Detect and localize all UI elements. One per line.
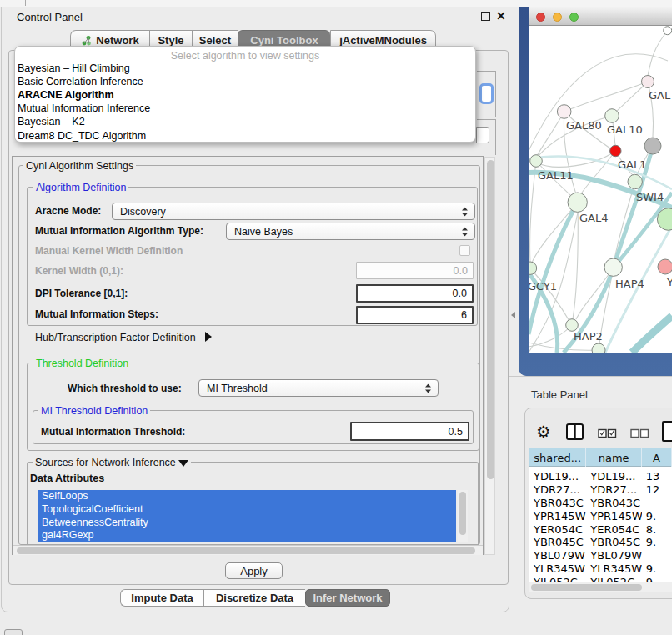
manual-kernel-label: Manual Kernel Width Definition <box>35 245 183 257</box>
table-row[interactable]: YDL19...YDL19...13 <box>529 470 672 483</box>
combo-arrows-icon <box>462 207 468 216</box>
control-panel-title: Control Panel <box>17 11 83 23</box>
select-all-columns-icon[interactable] <box>598 427 619 442</box>
table-cell: YDL19... <box>586 470 642 483</box>
dpi-tolerance-label: DPI Tolerance [0,1]: <box>35 288 128 299</box>
combo-arrows-icon <box>462 227 468 236</box>
which-threshold-combo[interactable]: MI Threshold <box>198 379 439 397</box>
kernel-width-label: Kernel Width (0,1): <box>35 265 123 277</box>
table-cell: YLR345W <box>529 562 586 576</box>
bottom-left-partial-icon[interactable] <box>4 629 23 635</box>
table-cell: 9. <box>642 576 672 582</box>
algorithm-option[interactable]: Mutual Information Inference <box>18 102 150 114</box>
table-row[interactable]: YDR27...YDR27...12 <box>529 482 672 496</box>
close-icon[interactable]: ✕ <box>496 9 508 22</box>
table-cell: YBL079W <box>529 549 586 562</box>
table-column-header[interactable]: A <box>642 448 672 467</box>
hidden-groupbox-edge <box>13 52 13 156</box>
hidden-input-fragment <box>476 127 489 143</box>
table-row[interactable]: YBL079WYBL079W <box>529 549 672 562</box>
dpi-tolerance-input[interactable]: 0.0 <box>356 284 474 302</box>
splitter-arrow-icon[interactable] <box>511 312 515 318</box>
table-cell: 9. <box>642 536 672 549</box>
table-cell: YBR043C <box>529 496 586 509</box>
top-strip <box>0 0 672 7</box>
bottom-tab-infer-network[interactable]: Infer Network <box>305 589 390 607</box>
algorithm-dropdown: Select algorithm to view settings Bayesi… <box>14 46 476 142</box>
aracne-mode-combo[interactable]: Discovery <box>112 202 475 220</box>
table-cell: YBL079W <box>586 549 642 562</box>
close-traffic-light[interactable] <box>536 12 545 22</box>
table-cell: 9. <box>642 562 672 576</box>
table-cell: YBR045C <box>586 536 642 549</box>
vertical-scrollbar[interactable] <box>484 157 495 555</box>
manual-kernel-checkbox[interactable] <box>459 245 470 256</box>
columns-icon[interactable] <box>566 423 584 440</box>
hub-definition-label: Hub/Transcription Factor Definition <box>35 332 196 343</box>
table-column-header[interactable]: shared... <box>529 448 586 467</box>
mi-threshold-title: MI Threshold Definition <box>38 405 150 417</box>
mi-threshold-input[interactable]: 0.5 <box>350 422 469 441</box>
attribute-item[interactable]: gal4RGexp <box>38 529 456 542</box>
node-label: GCY1 <box>529 280 557 292</box>
table-cell: YJL052C <box>586 576 642 582</box>
bottom-tabs: Impute DataDiscretize DataInfer Network <box>120 589 390 607</box>
table-horizontal-scrollbar[interactable] <box>529 582 672 592</box>
tab-label: Network <box>96 34 138 47</box>
bottom-tab-impute-data[interactable]: Impute Data <box>120 589 203 607</box>
table-row[interactable]: YPR145WYPR145W9. <box>529 509 672 522</box>
table-row[interactable]: YER054CYER054C8. <box>529 522 672 536</box>
algorithm-option[interactable]: Dream8 DC_TDC Algorithm <box>18 130 146 142</box>
zoom-traffic-light[interactable] <box>569 12 579 22</box>
network-view[interactable]: GALGAL80GAL10GAL1GAL11SWI4GAL4GCY1HAP4YH… <box>529 26 672 352</box>
algorithm-option[interactable]: Bayesian – K2 <box>18 116 85 128</box>
attribute-item[interactable]: SelfLoops <box>38 490 456 503</box>
table-cell: YER054C <box>586 522 642 536</box>
table-row[interactable]: YBR045CYBR045C9. <box>529 536 672 549</box>
table-cell: 12 <box>642 482 672 496</box>
node-label: GAL4 <box>579 212 608 224</box>
table-row[interactable]: YJL052CYJL052C9. <box>529 576 672 582</box>
table-cell: YPR145W <box>586 509 642 522</box>
attribute-item[interactable]: BetweennessCentrality <box>38 517 456 530</box>
table-row[interactable]: YLR345WYLR345W9. <box>529 562 672 576</box>
table-row[interactable]: YBR043CYBR043C <box>529 496 672 509</box>
dropdown-hint: Select algorithm to view settings <box>15 50 475 62</box>
data-attributes-label: Data Attributes <box>30 472 104 484</box>
hub-expand-arrow-icon[interactable] <box>205 332 212 342</box>
data-attributes-list[interactable]: SelfLoopsTopologicalCoefficientBetweenne… <box>38 490 456 542</box>
horizontal-scrollbar[interactable] <box>13 545 483 555</box>
attribute-item[interactable]: TopologicalCoefficient <box>38 503 456 517</box>
node-label: Y <box>667 276 672 288</box>
sources-collapse-arrow-icon[interactable] <box>178 460 188 467</box>
algorithm-option[interactable]: Basic Correlation Inference <box>18 76 143 88</box>
network-window-titlebar[interactable] <box>529 8 672 26</box>
node-label: GAL1 <box>618 158 646 171</box>
threshold-definition-title: Threshold Definition <box>33 358 131 369</box>
apply-button[interactable]: Apply <box>225 562 283 579</box>
minimize-traffic-light[interactable] <box>553 12 562 22</box>
attributes-scrollbar[interactable] <box>458 490 468 542</box>
screen: Control Panel ✕ NetworkStyleSelectCyni T… <box>0 0 672 635</box>
gear-icon[interactable]: ⚙ <box>536 422 551 442</box>
float-window-icon[interactable] <box>481 12 490 21</box>
combo-arrows-icon <box>425 383 431 392</box>
cyni-algorithm-settings-title: Cyni Algorithm Settings <box>23 160 136 172</box>
which-threshold-value: MI Threshold <box>207 382 268 394</box>
algorithm-option[interactable]: Bayesian – Hill Climbing <box>18 62 130 74</box>
table-column-header[interactable]: name <box>586 448 642 467</box>
table-cell <box>642 549 672 562</box>
bottom-tab-discretize-data[interactable]: Discretize Data <box>203 589 305 607</box>
deselect-all-columns-icon[interactable] <box>630 427 652 442</box>
mi-steps-input[interactable]: 6 <box>356 306 474 324</box>
node-label: GAL <box>649 89 670 102</box>
algorithm-option[interactable]: ARACNE Algorithm <box>18 89 114 101</box>
table-cell: YPR145W <box>529 509 586 522</box>
mi-type-combo[interactable]: Naive Bayes <box>226 222 475 240</box>
table-header[interactable]: shared...nameA <box>529 448 672 467</box>
kernel-width-input[interactable]: 0.0 <box>356 262 474 279</box>
top-strip-divider <box>25 0 26 6</box>
table-cell: YBR043C <box>586 496 642 509</box>
algorithm-combo-fragment[interactable] <box>479 83 494 104</box>
document-icon[interactable] <box>662 421 672 442</box>
